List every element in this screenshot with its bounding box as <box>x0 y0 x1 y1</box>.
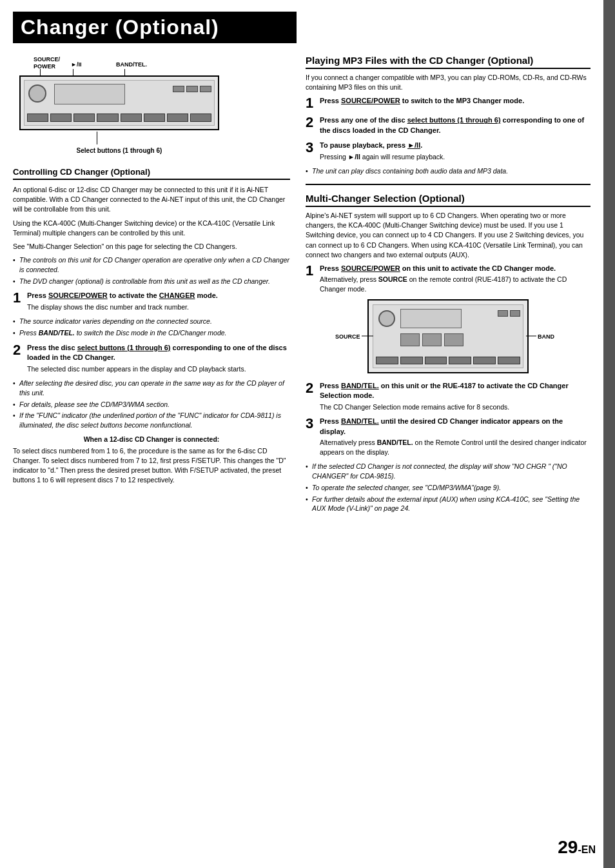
multi-step2-title: Press BAND/TEL. on this unit or the RUE-… <box>320 381 591 401</box>
unit-select-btn-7 <box>167 113 188 122</box>
page-number: 29-EN <box>558 837 596 858</box>
controlling-para1: An optional 6-disc or 12-disc CD Changer… <box>13 185 290 215</box>
unit-select-btn-6 <box>144 113 165 122</box>
unit-knob <box>28 84 46 103</box>
select-btn-arrow <box>97 132 97 144</box>
controlling-section: Controlling CD Changer (Optional) An opt… <box>13 167 290 486</box>
multi-unit-box: SOURCE BAND <box>367 299 529 373</box>
multi-preset-5 <box>473 357 496 364</box>
step2-bullet-2: For details, please see the CD/MP3/WMA s… <box>13 400 290 409</box>
multi-step3-body: Alternatively press BAND/TEL. on the Rem… <box>320 438 591 457</box>
controlling-bullet-1: The controls on this unit for CD Changer… <box>13 255 290 274</box>
multi-step2-content: Press BAND/TEL. on this unit or the RUE-… <box>320 381 591 411</box>
step2-content: Press the disc select buttons (1 through… <box>27 343 290 373</box>
unit-btn-small-1 <box>173 86 184 92</box>
multi-changer-bullets: If the selected CD Changer is not connec… <box>306 462 591 513</box>
step2-bullet-3: If the "FUNC" indicator (the underlined … <box>13 411 290 429</box>
multi-unit-mid-btn3 <box>444 333 464 346</box>
page-num-suffix: -EN <box>578 844 596 855</box>
step2-num: 2 <box>13 343 23 357</box>
mp3-section: Playing MP3 Files with the CD Changer (O… <box>306 55 591 176</box>
controlling-bullet-2: The DVD changer (optional) is controllab… <box>13 277 290 286</box>
mp3-section-title: Playing MP3 Files with the CD Changer (O… <box>306 55 591 69</box>
step1-kbd2: CHANGER <box>159 291 195 299</box>
mp3-step2-title: Press any one of the disc select buttons… <box>320 115 591 135</box>
multi-bullet-3: For further details about the external i… <box>306 495 591 513</box>
multi-changer-intro: Alpine's Ai-NET system will support up t… <box>306 211 591 260</box>
multi-step2-body: The CD Changer Selection mode remains ac… <box>320 402 591 412</box>
mp3-step1: 1 Press SOURCE/POWER to switch to the MP… <box>306 96 591 110</box>
multi-preset-6 <box>498 357 520 364</box>
controlling-step2: 2 Press the disc select buttons (1 throu… <box>13 343 290 373</box>
multi-unit-screen <box>400 309 462 328</box>
multi-unit-bottom-btns <box>376 357 520 364</box>
mp3-step2-kbd: select buttons (1 through 6) <box>407 116 501 124</box>
subsection-body: To select discs numbered from 1 to 6, th… <box>13 446 290 486</box>
cd-unit-diagram <box>19 75 219 130</box>
multi-unit-mid-btn1 <box>400 333 420 346</box>
step1-bullet-1: The source indicator varies depending on… <box>13 317 290 326</box>
mp3-step3-content: To pause playback, press ►/II. Pressing … <box>320 141 591 161</box>
multi-bullet-2: To operate the selected changer, see "CD… <box>306 483 591 493</box>
multi-step3-title: Press BAND/TEL. until the desired CD Cha… <box>320 417 591 437</box>
step2-kbd: select buttons (1 through 6) <box>77 344 171 351</box>
step1-num: 1 <box>13 291 23 305</box>
unit-select-btn-2 <box>50 113 72 122</box>
device-diagram: SOURCE/POWER ►/II BAND/TEL. <box>19 75 290 154</box>
step1-bullets: The source indicator varies depending on… <box>13 317 290 337</box>
main-content: Changer (Optional) SOURCE/POWER ►/II BAN… <box>0 0 603 868</box>
step2-body: The selected disc number appears in the … <box>27 364 290 374</box>
mp3-step2-content: Press any one of the disc select buttons… <box>320 115 591 135</box>
source-arrow-line <box>362 336 373 337</box>
source-power-label: SOURCE/POWER <box>34 56 60 70</box>
source-arrow-container: SOURCE <box>335 332 360 340</box>
right-column: Playing MP3 Files with the CD Changer (O… <box>306 55 591 856</box>
step1-body: The display shows the disc number and tr… <box>27 302 290 312</box>
mp3-step3-kbd: ►/II <box>407 141 420 149</box>
page: Changer (Optional) SOURCE/POWER ►/II BAN… <box>0 0 615 868</box>
multi-step1-num: 1 <box>306 264 316 278</box>
multi-changer-section: Multi-Changer Selection (Optional) Alpin… <box>306 193 591 513</box>
unit-select-btn-3 <box>73 113 95 122</box>
multi-step1-body: Alternatively, press SOURCE on the remot… <box>320 275 591 293</box>
subsection-title: When a 12-disc CD Changer is connected: <box>13 435 290 443</box>
mp3-intro: If you connect a changer compatible with… <box>306 73 591 92</box>
controlling-bullets: The controls on this unit for CD Changer… <box>13 255 290 286</box>
mp3-step1-content: Press SOURCE/POWER to switch to the MP3 … <box>320 96 591 106</box>
multi-unit-inner <box>373 304 523 368</box>
mp3-step3: 3 To pause playback, press ►/II. Pressin… <box>306 141 591 161</box>
step2-bullet-1: After selecting the desired disc, you ca… <box>13 379 290 397</box>
page-num-value: 29 <box>558 837 578 857</box>
unit-select-btn-4 <box>97 113 118 122</box>
band-tel-label: BAND/TEL. <box>116 61 147 68</box>
multi-bullet-1: If the selected CD Changer is not connec… <box>306 462 591 480</box>
unit-bottom-buttons <box>27 113 211 122</box>
mp3-step1-kbd: SOURCE/POWER <box>341 97 400 104</box>
unit-btn-small-2 <box>186 86 198 92</box>
controlling-step1: 1 Press SOURCE/POWER to activate the CHA… <box>13 291 290 311</box>
multi-step2: 2 Press BAND/TEL. on this unit or the RU… <box>306 381 591 411</box>
multi-step3-content: Press BAND/TEL. until the desired CD Cha… <box>320 417 591 457</box>
multi-unit-mid-btns <box>400 333 464 346</box>
source-diagram-label: SOURCE <box>335 333 360 340</box>
step1-kbd: SOURCE/POWER <box>48 291 108 299</box>
step2-title: Press the disc select buttons (1 through… <box>27 343 290 363</box>
mp3-step1-num: 1 <box>306 96 316 110</box>
multi-step3: 3 Press BAND/TEL. until the desired CD C… <box>306 417 591 457</box>
multi-unit-btn2 <box>510 310 520 317</box>
mp3-step3-title: To pause playback, press ►/II. <box>320 141 591 150</box>
multi-unit-btn1 <box>498 310 508 317</box>
controlling-section-title: Controlling CD Changer (Optional) <box>13 167 290 180</box>
controlling-para2: Using the KCA-400C (Multi-Changer Switch… <box>13 219 290 238</box>
unit-top-buttons <box>173 86 211 92</box>
multi-preset-1 <box>376 357 398 364</box>
multi-changer-title: Multi-Changer Selection (Optional) <box>306 193 591 207</box>
step1-bullet-2: Press BAND/TEL. to switch the Disc mode … <box>13 328 290 338</box>
multi-step1-title: Press SOURCE/POWER on this unit to activ… <box>320 264 591 273</box>
play-pause-label: ►/II <box>71 61 81 68</box>
unit-select-btn-5 <box>121 113 142 122</box>
band-arrow-container: BAND <box>538 332 554 340</box>
unit-screen <box>54 84 125 104</box>
band-diagram-label: BAND <box>538 333 554 340</box>
right-side-tab <box>603 0 615 868</box>
